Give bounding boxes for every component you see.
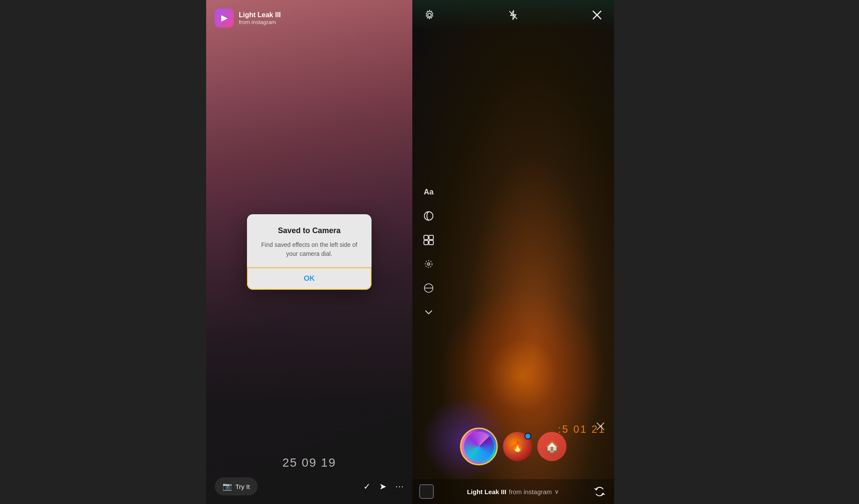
right-camera-panel: Aa [412,0,614,504]
color-swatch[interactable] [419,484,434,499]
svg-point-0 [428,13,431,17]
svg-rect-6 [424,240,428,245]
selected-effect-thumb[interactable] [460,428,498,465]
right-top-bar [412,0,614,30]
svg-rect-5 [429,235,433,240]
right-side-toolbar: Aa [421,184,436,320]
notification-badge [524,433,531,440]
focus-button[interactable] [421,256,436,272]
effect-thumbnails: 🔥 🏠 [412,428,614,465]
layout-button[interactable] [421,232,436,248]
dialog-title: Saved to Camera [257,226,361,235]
flip-camera-button[interactable] [592,484,607,499]
flash-off-button[interactable] [505,6,522,24]
more-tools-button[interactable] [421,304,436,320]
svg-rect-7 [429,240,433,245]
effect-thumb-3[interactable]: 🏠 [537,432,567,461]
effect-thumb-2[interactable]: 🔥 [503,432,532,461]
effect-label-area: Light Leak III from instagram ∨ [434,488,592,495]
text-tool-button[interactable]: Aa [421,184,436,200]
settings-button[interactable] [421,6,438,24]
dialog-message: Find saved effects on the left side of y… [257,240,361,258]
svg-rect-4 [424,235,428,240]
effect-label-name: Light Leak III [467,488,506,495]
chevron-down-icon: ∨ [554,488,559,495]
boomerang-button[interactable] [421,208,436,224]
dialog-content: Saved to Camera Find saved effects on th… [247,214,372,267]
strip-close-button[interactable] [595,421,606,433]
saved-dialog: Saved to Camera Find saved effects on th… [247,214,372,290]
effect-label-source: from instagram [509,488,552,495]
left-camera-panel: ▶ Light Leak III from instagram 25 09 19… [206,0,412,504]
svg-point-10 [428,264,429,264]
close-button[interactable] [588,6,606,24]
align-button[interactable] [421,280,436,296]
dialog-ok-button[interactable]: OK [247,267,372,290]
right-bottom-bar: Light Leak III from instagram ∨ [412,479,614,504]
dialog-overlay: Saved to Camera Find saved effects on th… [206,0,412,504]
